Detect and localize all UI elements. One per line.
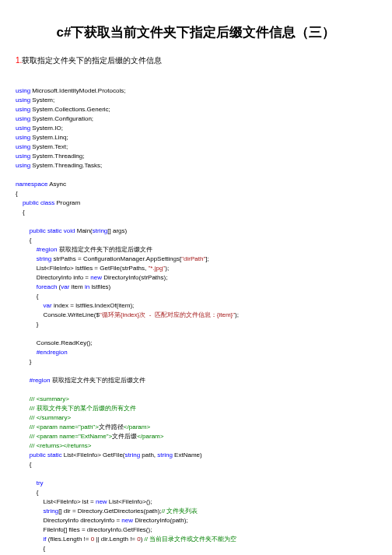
page-title: c#下获取当前⽂件夹下指定后缀⽂件信息（三） <box>16 23 376 41</box>
section-description: 1.获取指定⽂件夹下的指定后缀的⽂件信息 <box>16 55 376 66</box>
section-text: 获取指定⽂件夹下的指定后缀的⽂件信息 <box>22 56 162 65</box>
code-block: using Microsoft.IdentityModel.Protocols;… <box>16 77 376 555</box>
